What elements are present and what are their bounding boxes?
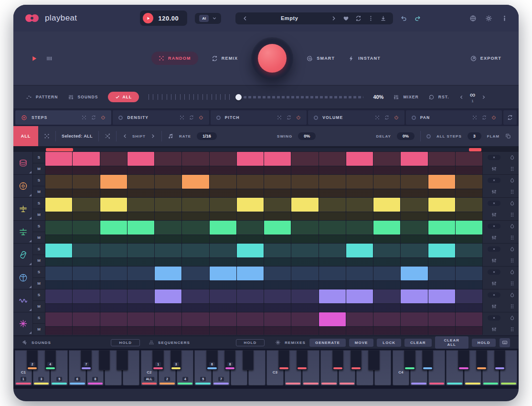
step-2-11[interactable] (319, 175, 346, 189)
step-6-7[interactable] (210, 267, 236, 280)
substep-7-6[interactable] (182, 304, 209, 312)
step-6-8[interactable] (237, 267, 264, 280)
substep-2-3[interactable] (100, 189, 127, 197)
substep-5-1[interactable] (45, 258, 72, 266)
step-3-8[interactable] (237, 198, 264, 212)
substep-6-12[interactable] (346, 281, 373, 289)
track-sliders-icon[interactable] (483, 232, 505, 244)
substep-4-10[interactable] (291, 235, 318, 243)
power-icon[interactable] (296, 115, 301, 120)
drag-handle-icon[interactable] (505, 301, 519, 312)
step-7-5[interactable] (155, 289, 181, 303)
substep-8-11[interactable] (319, 327, 346, 335)
note-icon[interactable] (168, 133, 173, 139)
drag-handle-icon[interactable] (505, 163, 519, 175)
substep-6-15[interactable] (428, 281, 455, 289)
ai-dropdown[interactable]: AI (195, 13, 221, 24)
step-2-9[interactable] (264, 175, 291, 189)
substep-1-8[interactable] (237, 166, 264, 174)
xy-shuffle-icon[interactable] (105, 133, 110, 139)
redo-button[interactable] (415, 15, 421, 21)
piano-key-F#4[interactable] (458, 350, 469, 370)
info-icon[interactable] (501, 15, 508, 22)
copy-icon[interactable] (505, 133, 511, 139)
substep-6-16[interactable] (456, 281, 482, 289)
substep-2-4[interactable] (128, 189, 154, 197)
piano-key-A#3[interactable] (368, 350, 379, 370)
step-5-7[interactable] (210, 244, 236, 257)
substep-8-10[interactable] (291, 327, 318, 335)
choke-drop-icon[interactable] (505, 289, 519, 301)
cycle-icon[interactable] (91, 115, 96, 120)
step-3-2[interactable] (73, 198, 99, 212)
dice-icon[interactable] (472, 115, 477, 120)
substep-1-16[interactable] (456, 166, 482, 174)
substep-4-7[interactable] (210, 235, 236, 243)
substep-6-8[interactable] (237, 281, 264, 289)
step-4-15[interactable] (428, 221, 455, 235)
step-7-12[interactable] (346, 289, 373, 303)
solo-button-8[interactable]: S (33, 312, 45, 323)
substep-4-16[interactable] (456, 235, 482, 243)
track-3-hihat-icon[interactable] (13, 198, 32, 220)
substep-3-15[interactable] (428, 212, 455, 220)
substep-4-11[interactable] (319, 235, 346, 243)
loop-region-strip[interactable] (46, 148, 481, 151)
step-6-6[interactable] (182, 267, 209, 280)
substep-1-6[interactable] (182, 166, 209, 174)
substep-7-7[interactable] (210, 304, 236, 312)
substep-2-6[interactable] (182, 189, 209, 197)
preset-menu-icon[interactable] (368, 15, 374, 21)
step-8-4[interactable] (128, 312, 154, 326)
substep-4-1[interactable] (45, 235, 72, 243)
substep-8-2[interactable] (73, 327, 99, 335)
mute-button-7[interactable]: M (33, 301, 45, 312)
substep-5-11[interactable] (319, 258, 346, 266)
solo-button-7[interactable]: S (33, 289, 45, 300)
generate-button[interactable]: GENERATE (309, 339, 346, 347)
substep-4-4[interactable] (128, 235, 154, 243)
all-steps-knob-icon[interactable] (426, 134, 431, 139)
choke-drop-icon[interactable] (505, 152, 519, 163)
lock-button[interactable]: LOCK (377, 339, 401, 347)
dice-icon[interactable] (375, 115, 380, 120)
substep-2-1[interactable] (45, 189, 72, 197)
step-4-3[interactable] (100, 221, 127, 235)
step-3-16[interactable] (456, 198, 482, 212)
complexity-slider[interactable] (149, 94, 363, 100)
step-4-6[interactable] (182, 221, 209, 235)
substep-1-14[interactable] (401, 166, 427, 174)
substep-7-4[interactable] (128, 304, 154, 312)
step-5-5[interactable] (155, 244, 181, 257)
step-4-11[interactable] (319, 221, 346, 235)
step-8-9[interactable] (264, 312, 291, 326)
piano-key-D#3[interactable] (297, 350, 308, 370)
piano-key-D#4[interactable] (422, 350, 433, 370)
step-4-13[interactable] (373, 221, 400, 235)
substep-8-8[interactable] (237, 327, 264, 335)
substep-1-13[interactable] (373, 166, 400, 174)
substep-5-13[interactable] (373, 258, 400, 266)
step-2-15[interactable] (428, 175, 455, 189)
choke-drop-icon[interactable] (505, 221, 519, 232)
substep-1-7[interactable] (210, 166, 236, 174)
step-3-11[interactable] (319, 198, 346, 212)
step-2-12[interactable] (346, 175, 373, 189)
substep-8-4[interactable] (128, 327, 154, 335)
regenerate-all-button[interactable] (503, 110, 517, 125)
substep-8-16[interactable] (456, 327, 482, 335)
step-5-9[interactable] (264, 244, 291, 257)
substep-3-7[interactable] (210, 212, 236, 220)
substep-2-12[interactable] (346, 189, 373, 197)
substep-1-1[interactable] (45, 166, 72, 174)
step-3-14[interactable] (401, 198, 427, 212)
reset-button[interactable]: RST. (428, 94, 449, 100)
step-4-5[interactable] (155, 221, 181, 235)
substep-6-14[interactable] (401, 281, 427, 289)
substep-6-6[interactable] (182, 281, 209, 289)
cycle-icon[interactable] (189, 115, 194, 120)
step-5-8[interactable] (237, 244, 264, 257)
substep-3-3[interactable] (100, 212, 127, 220)
substep-2-13[interactable] (373, 189, 400, 197)
substep-7-10[interactable] (291, 304, 318, 312)
